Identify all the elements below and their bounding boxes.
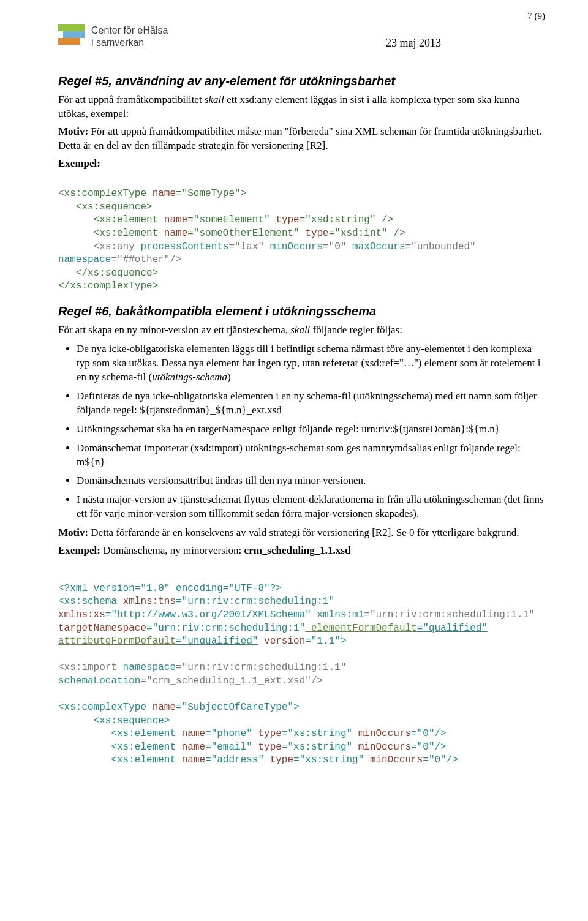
document-header: Center för eHälsa i samverkan 23 maj 201…	[58, 24, 545, 50]
rule6-heading: Regel #6, bakåtkompatibla element i utök…	[58, 304, 545, 318]
list-item: Utökningsschemat ska ha en targetNamespa…	[77, 423, 545, 437]
rule5-code: <xs:complexType name="SomeType"> <xs:seq…	[58, 175, 545, 293]
rule5-motiv: Motiv: För att uppnå framåtkompatibilite…	[58, 125, 545, 153]
list-item: De nya icke-obligatoriska elementen lägg…	[77, 342, 545, 385]
rule6-code: <?xml version="1.0" encoding="UTF-8"?> <…	[58, 569, 545, 767]
logo-bars-icon	[58, 24, 85, 45]
rule5-heading: Regel #5, användning av any-element för …	[58, 74, 545, 88]
logo-text: Center för eHälsa i samverkan	[91, 24, 168, 49]
page-number: 7 (9)	[527, 11, 545, 21]
rule6-example-label: Exempel: Domänschema, ny minorversion: c…	[58, 544, 545, 558]
document-date: 23 maj 2013	[386, 37, 441, 50]
rule6-motiv: Motiv: Detta förfarande är en konsekvens…	[58, 526, 545, 540]
list-item: Domänschemat importerar (xsd:import) utö…	[77, 442, 545, 470]
list-item: I nästa major-version av tjänsteschemat …	[77, 493, 545, 521]
rule5-example-label: Exempel:	[58, 157, 545, 171]
list-item: Domänschemats versionsattribut ändras ti…	[77, 474, 545, 488]
logo: Center för eHälsa i samverkan	[58, 24, 168, 49]
rule5-intro: För att uppnå framåtkompatibilitet skall…	[58, 93, 545, 121]
logo-line1: Center för eHälsa	[91, 24, 168, 37]
logo-line2: i samverkan	[91, 37, 168, 49]
rule6-intro: För att skapa en ny minor-version av ett…	[58, 323, 545, 337]
list-item: Definieras de nya icke-obligatoriska ele…	[77, 389, 545, 418]
rule6-list: De nya icke-obligatoriska elementen lägg…	[77, 342, 545, 521]
